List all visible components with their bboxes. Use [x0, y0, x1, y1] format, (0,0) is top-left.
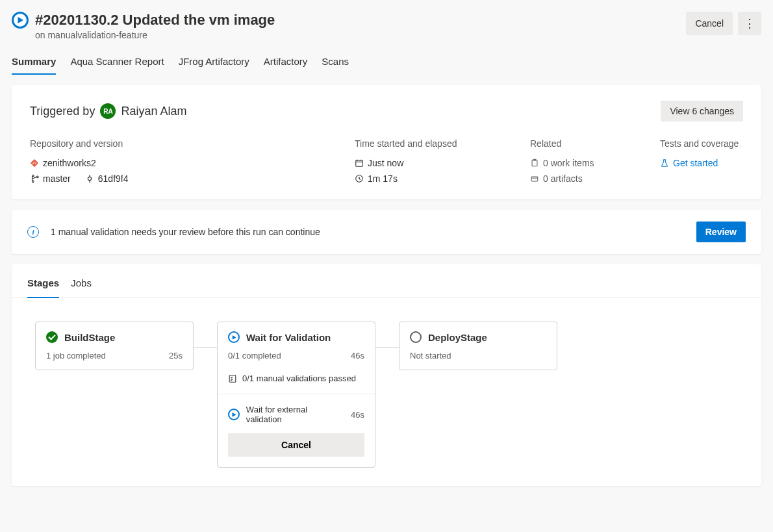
svg-rect-1: [356, 160, 363, 167]
stage-name: BuildStage: [64, 332, 115, 343]
stage-card-deploy[interactable]: DeployStage Not started: [399, 322, 557, 370]
svg-rect-3: [532, 160, 537, 167]
running-icon: [228, 331, 240, 343]
svg-rect-5: [531, 177, 538, 181]
related-label: Related: [530, 138, 647, 149]
user-avatar: RA: [100, 103, 116, 119]
vertical-dots-icon: ⋮: [744, 18, 755, 29]
tab-aqua-scanner[interactable]: Aqua Scanner Report: [70, 52, 164, 75]
user-name[interactable]: Raiyan Alam: [121, 105, 186, 118]
stage-duration: 46s: [351, 351, 364, 361]
calendar-icon: [355, 158, 364, 168]
page-subtitle: on manualvalidation-feature: [35, 30, 275, 40]
repo-link[interactable]: zenithworks2: [30, 158, 342, 168]
stage-card-wait-validation[interactable]: Wait for Validation 0/1 completed 46s 0/…: [217, 322, 375, 468]
commit-link[interactable]: 61df9f4: [85, 173, 129, 184]
validation-status: 0/1 manual validations passed: [242, 374, 356, 383]
stage-status: 0/1 completed: [228, 351, 281, 361]
tests-label: Tests and coverage: [660, 138, 743, 149]
stage-connector: [194, 348, 217, 348]
work-items-link[interactable]: 0 work items: [530, 158, 647, 168]
tab-stages[interactable]: Stages: [27, 277, 59, 298]
branch-link[interactable]: master: [30, 173, 71, 184]
tab-summary[interactable]: Summary: [12, 52, 56, 75]
stage-status: 1 job completed: [46, 351, 106, 361]
pipeline-status-icon: [12, 12, 29, 29]
summary-card: Triggered by RA Raiyan Alam View 6 chang…: [12, 85, 761, 199]
page-header: #20201130.2 Updated the vm image on manu…: [12, 12, 761, 40]
stage-card-build[interactable]: BuildStage 1 job completed 25s: [35, 322, 194, 370]
stage-name: Wait for Validation: [246, 332, 331, 343]
branch-icon: [30, 174, 39, 183]
cancel-validation-button[interactable]: Cancel: [228, 433, 364, 457]
commit-icon: [85, 174, 94, 183]
time-label: Time started and elapsed: [355, 138, 517, 149]
view-changes-button[interactable]: View 6 changes: [661, 101, 743, 121]
page-title: #20201130.2 Updated the vm image: [35, 12, 275, 29]
task-name: Wait for external validation: [246, 405, 344, 424]
tab-scans[interactable]: Scans: [322, 52, 349, 75]
running-icon: [228, 409, 240, 420]
elapsed-time: 1m 17s: [355, 173, 517, 184]
clock-icon: [355, 174, 364, 183]
stages-tabs: Stages Jobs: [12, 264, 761, 298]
tab-artifactory[interactable]: Artifactory: [264, 52, 308, 75]
git-repo-icon: [30, 158, 39, 168]
cancel-run-button[interactable]: Cancel: [686, 12, 733, 35]
tab-jfrog[interactable]: JFrog Artifactory: [179, 52, 249, 75]
more-actions-button[interactable]: ⋮: [738, 12, 761, 35]
clipboard-icon: [530, 158, 539, 168]
tests-get-started-link[interactable]: Get started: [660, 158, 743, 168]
artifacts-link[interactable]: 0 artifacts: [530, 173, 647, 184]
tab-jobs[interactable]: Jobs: [71, 277, 92, 298]
stage-status: Not started: [410, 351, 451, 361]
triggered-by-label: Triggered by: [30, 105, 95, 118]
stage-connector: [375, 348, 399, 348]
review-button[interactable]: Review: [696, 222, 746, 242]
flask-icon: [660, 158, 669, 168]
pending-icon: [410, 331, 422, 343]
info-icon: [27, 226, 39, 238]
svg-rect-6: [229, 375, 236, 383]
review-banner: 1 manual validation needs your review be…: [12, 210, 761, 254]
stage-duration: 25s: [169, 351, 183, 361]
banner-text: 1 manual validation needs your review be…: [51, 227, 320, 237]
task-duration: 46s: [351, 410, 364, 420]
stage-name: DeployStage: [428, 332, 487, 343]
stages-card: Stages Jobs BuildStage 1 job completed 2…: [12, 264, 761, 486]
main-tabs: Summary Aqua Scanner Report JFrog Artifa…: [12, 52, 761, 75]
success-icon: [46, 331, 58, 343]
package-icon: [530, 174, 539, 183]
repo-label: Repository and version: [30, 138, 342, 149]
checklist-icon: [228, 374, 237, 383]
svg-point-0: [88, 177, 91, 181]
start-time: Just now: [355, 158, 517, 168]
